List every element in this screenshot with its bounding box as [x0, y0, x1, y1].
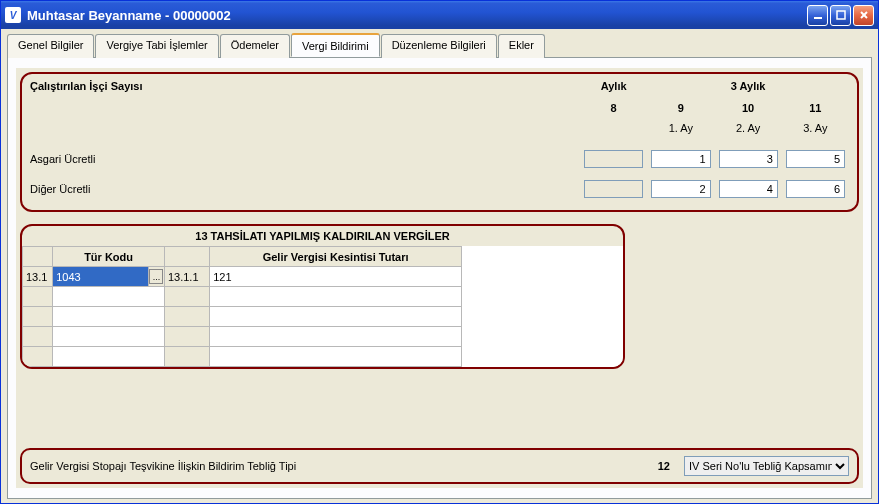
asgari-ucretli-row: Asgari Ücretli [30, 150, 849, 168]
grid-rowhdr: 13.1 [23, 267, 53, 287]
col-num-8: 8 [580, 98, 647, 118]
worker-section-title: Çalıştırılan İşçi Sayısı [30, 80, 580, 138]
grid-header-turkodu: Tür Kodu [53, 247, 165, 267]
col-num-11: 11 [782, 98, 849, 118]
tab-genel-bilgiler[interactable]: Genel Bilgiler [7, 34, 94, 58]
ay-label-1: 1. Ay [647, 118, 714, 138]
tabs: Genel Bilgiler Vergiye Tabi İşlemler Öde… [7, 33, 872, 57]
lookup-button[interactable]: ... [149, 269, 163, 284]
teblig-tipi-panel: Gelir Vergisi Stopajı Teşvikine İlişkin … [20, 448, 859, 484]
maximize-button[interactable] [830, 5, 851, 26]
ay-label-2: 2. Ay [715, 118, 782, 138]
asgari-val-9[interactable] [651, 150, 710, 168]
ay-label-0 [580, 118, 647, 138]
grid-cell-turkodu[interactable]: 1043 [53, 267, 149, 287]
grid-row [23, 287, 462, 307]
diger-val-11[interactable] [786, 180, 845, 198]
teblig-tipi-index: 12 [658, 460, 670, 472]
close-button[interactable] [853, 5, 874, 26]
window-title: Muhtasar Beyanname - 00000002 [27, 8, 807, 23]
asgari-val-10[interactable] [719, 150, 778, 168]
col-num-10: 10 [715, 98, 782, 118]
diger-val-8 [584, 180, 643, 198]
grid-title: 13 TAHSİLATI YAPILMIŞ KALDIRILAN VERGİLE… [22, 226, 623, 246]
teblig-tipi-label: Gelir Vergisi Stopajı Teşvikine İlişkin … [30, 460, 644, 472]
minimize-button[interactable] [807, 5, 828, 26]
teblig-tipi-select[interactable]: IV Seri No'lu Tebliğ Kapsamında [684, 456, 849, 476]
grid-cell-tutar[interactable]: 121 [210, 267, 462, 287]
worker-count-panel: Çalıştırılan İşçi Sayısı Aylık 3 Aylık 8… [20, 72, 859, 212]
tab-ekler[interactable]: Ekler [498, 34, 545, 58]
tab-odemeler[interactable]: Ödemeler [220, 34, 290, 58]
diger-ucretli-row: Diğer Ücretli [30, 180, 849, 198]
period-quarterly-label: 3 Aylık [647, 80, 849, 98]
svg-rect-0 [814, 17, 822, 19]
diger-val-10[interactable] [719, 180, 778, 198]
app-icon: V [5, 7, 21, 23]
ay-label-3: 3. Ay [782, 118, 849, 138]
tab-page: Çalıştırılan İşçi Sayısı Aylık 3 Aylık 8… [7, 57, 872, 499]
removed-taxes-panel: 13 TAHSİLATI YAPILMIŞ KALDIRILAN VERGİLE… [20, 224, 625, 369]
col-num-9: 9 [647, 98, 714, 118]
asgari-val-8 [584, 150, 643, 168]
diger-val-9[interactable] [651, 180, 710, 198]
asgari-ucretli-label: Asgari Ücretli [30, 153, 580, 165]
tab-vergi-bildirimi[interactable]: Vergi Bildirimi [291, 33, 380, 57]
grid-row: 13.1 1043 ... 13.1.1 121 [23, 267, 462, 287]
tab-duzenleme-bilgileri[interactable]: Düzenleme Bilgileri [381, 34, 497, 58]
diger-ucretli-label: Diğer Ücretli [30, 183, 580, 195]
grid-spacer [462, 246, 623, 367]
grid-row [23, 327, 462, 347]
grid-corner [23, 247, 53, 267]
grid-row [23, 307, 462, 327]
grid-header-code [164, 247, 209, 267]
period-monthly-label: Aylık [580, 80, 647, 98]
grid-row [23, 347, 462, 367]
tab-vergiye-tabi-islemler[interactable]: Vergiye Tabi İşlemler [95, 34, 218, 58]
titlebar: V Muhtasar Beyanname - 00000002 [1, 1, 878, 29]
grid-cell-lookup[interactable]: ... [148, 267, 164, 287]
asgari-val-11[interactable] [786, 150, 845, 168]
removed-taxes-grid[interactable]: Tür Kodu Gelir Vergisi Kesintisi Tutarı … [22, 246, 462, 367]
grid-header-tutar: Gelir Vergisi Kesintisi Tutarı [210, 247, 462, 267]
grid-cell-code: 13.1.1 [164, 267, 209, 287]
svg-rect-1 [837, 11, 845, 19]
